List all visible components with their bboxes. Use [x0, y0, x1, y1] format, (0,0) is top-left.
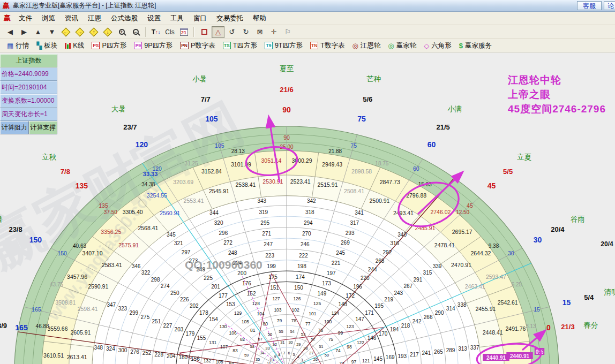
chart-canvas: 赢家财富网www.yingjia360.com12345678910111225…	[0, 52, 615, 364]
tool-gann-wheel[interactable]: ◎江恩轮	[349, 40, 385, 51]
forum-button[interactable]: 论坛	[604, 1, 615, 10]
svg-text:165: 165	[32, 306, 41, 313]
menu-item-设置[interactable]: 设置	[142, 13, 166, 24]
menu-item-文件[interactable]: 文件	[14, 13, 37, 24]
svg-text:198: 198	[297, 263, 306, 269]
menu-item-交易委托[interactable]: 交易委托	[212, 13, 248, 24]
annotation-line: 45度空间2746-2796	[508, 102, 606, 116]
svg-text:60: 60	[428, 140, 436, 149]
fit-center-icon[interactable]: ✛	[267, 26, 280, 38]
svg-text:199: 199	[267, 263, 276, 269]
svg-text:0: 0	[546, 323, 551, 332]
svg-text:3508.81: 3508.81	[55, 299, 76, 306]
svg-text:2523.41: 2523.41	[290, 178, 311, 185]
tool-t-square[interactable]: TST四方形	[219, 40, 261, 51]
zoom-in-icon[interactable]: +	[115, 26, 128, 38]
svg-text:218: 218	[401, 323, 410, 329]
svg-text:51: 51	[319, 344, 323, 349]
svg-text:203: 203	[175, 327, 184, 332]
nav-down-icon[interactable]: ▼	[46, 26, 58, 38]
tool-winner-wheel[interactable]: ◎赢家轮	[384, 40, 420, 51]
svg-text:50: 50	[325, 353, 329, 358]
svg-text:130: 130	[219, 324, 227, 329]
svg-text:321: 321	[174, 240, 183, 246]
svg-text:245: 245	[336, 250, 345, 256]
nav-up-icon[interactable]: ▲	[32, 26, 44, 38]
menu-item-浏览[interactable]: 浏览	[37, 13, 60, 24]
rotate-cw-icon[interactable]: ↻	[239, 26, 252, 38]
tool-hexagon[interactable]: ◇六角形	[420, 40, 455, 51]
svg-text:2491.76: 2491.76	[506, 325, 526, 332]
tool-kline[interactable]: K线	[61, 40, 88, 51]
svg-text:171: 171	[365, 310, 374, 316]
svg-text:165: 165	[15, 323, 28, 332]
svg-text:QQ:100900360: QQ:100900360	[185, 259, 262, 271]
menu-item-帮助[interactable]: 帮助	[248, 13, 271, 24]
customer-service-button[interactable]: 客服	[577, 1, 602, 10]
menu-item-工具[interactable]: 工具	[166, 13, 189, 24]
svg-text:299: 299	[129, 310, 138, 316]
tool-quotes[interactable]: ▦行情	[3, 40, 33, 51]
cls-button[interactable]: Cls	[163, 26, 176, 38]
svg-text:21/5: 21/5	[436, 123, 449, 131]
svg-text:314: 314	[446, 306, 455, 312]
svg-text:135: 135	[76, 181, 88, 190]
svg-text:4: 4	[297, 354, 299, 359]
tool-9t-square[interactable]: T99T四方形	[261, 40, 306, 51]
svg-text:244: 244	[368, 267, 377, 272]
svg-text:145: 145	[373, 356, 382, 362]
svg-text:20/4: 20/4	[551, 225, 565, 233]
svg-text:2478.41: 2478.41	[434, 242, 455, 248]
tool-label: T数字表	[320, 41, 344, 50]
svg-text:247: 247	[264, 241, 273, 247]
index-info-panel: 上证指数 价格=2440.9099时间=20190104变换系数=1.00000…	[0, 54, 57, 134]
calc-resistance-button[interactable]: 计算阻力	[0, 121, 29, 134]
rotate-ccw-icon[interactable]: ↺	[226, 26, 238, 38]
flag-icon[interactable]: ⚐	[281, 26, 294, 38]
pan-left-icon[interactable]: ←	[59, 26, 72, 38]
tool-t-table[interactable]: TNT数字表	[306, 40, 348, 51]
svg-text:21/3: 21/3	[561, 323, 574, 331]
tool-winner-service[interactable]: $赢家服务	[455, 40, 496, 51]
9p-square-icon: P9	[134, 42, 142, 49]
t-updown-icon[interactable]: T↑↓	[149, 26, 162, 38]
svg-text:102: 102	[291, 307, 299, 313]
shape-square-icon[interactable]	[198, 26, 211, 38]
svg-text:20/4: 20/4	[601, 240, 613, 248]
panel-row: 周天变化步长=1	[0, 108, 57, 121]
zoom-out-icon[interactable]: −	[129, 26, 142, 38]
svg-text:149: 149	[318, 291, 327, 297]
menu-item-公式选股[interactable]: 公式选股	[106, 13, 142, 24]
svg-text:319: 319	[259, 209, 268, 215]
svg-text:2553.41: 2553.41	[184, 198, 204, 204]
pan-right-icon[interactable]: →	[73, 26, 86, 38]
tool-p-square[interactable]: PSP四方形	[88, 40, 130, 51]
menu-item-资讯[interactable]: 资讯	[60, 13, 83, 24]
tool-sectors[interactable]: ▚板块	[33, 40, 61, 51]
svg-text:128: 128	[252, 301, 260, 306]
tool-9p-square[interactable]: P99P四方形	[130, 40, 176, 51]
svg-text:74: 74	[335, 348, 341, 353]
svg-text:立夏: 立夏	[517, 153, 532, 161]
toolbar-main: ◀▶▲▼←→↑↓+−T↑↓Cls21△↺↻⊠✛⚐	[0, 25, 615, 39]
svg-text:60: 60	[413, 165, 419, 172]
svg-text:33: 33	[265, 346, 269, 351]
box-x-icon[interactable]: ⊠	[253, 26, 266, 38]
menu-item-江恩[interactable]: 江恩	[83, 13, 106, 24]
nav-right-icon[interactable]: ▶	[18, 26, 31, 38]
svg-text:265: 265	[434, 349, 443, 355]
calc-support-button[interactable]: 计算支撑	[29, 121, 58, 134]
svg-text:28: 28	[303, 346, 308, 351]
svg-text:29: 29	[296, 342, 301, 347]
nav-left-icon[interactable]: ◀	[4, 26, 17, 38]
svg-text:55: 55	[279, 329, 283, 334]
menu-item-窗口[interactable]: 窗口	[189, 13, 212, 24]
tool-p-table[interactable]: PNP数字表	[176, 40, 219, 51]
shape-triangle-icon[interactable]: △	[212, 26, 224, 38]
svg-text:2508.41: 2508.41	[344, 188, 364, 194]
pan-up-icon[interactable]: ↑	[87, 26, 100, 38]
svg-text:322: 322	[141, 270, 151, 276]
svg-text:226: 226	[180, 297, 189, 302]
pan-down-icon[interactable]: ↓	[101, 26, 114, 38]
calendar-icon[interactable]: 21	[177, 26, 190, 38]
